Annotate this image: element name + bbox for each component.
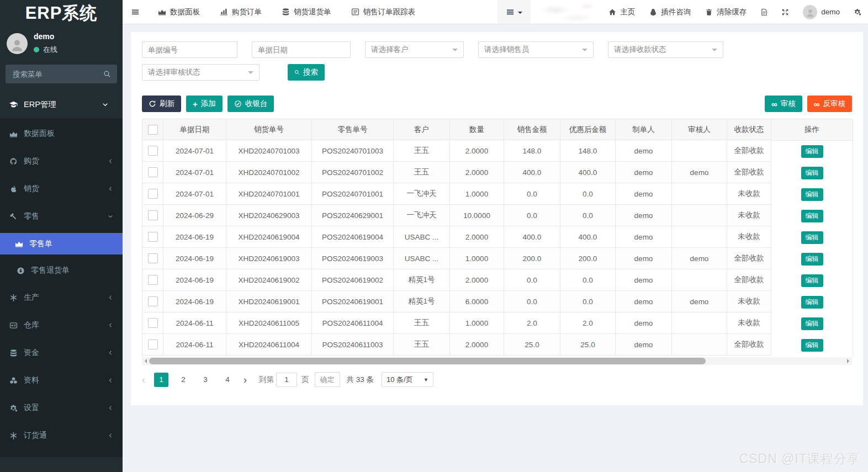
document-button[interactable]	[754, 0, 775, 24]
sidebar-item-retail-return[interactable]: 零售退货单	[0, 257, 123, 284]
table-cell: 未收款	[727, 205, 771, 226]
table-cell: 25.0	[504, 334, 560, 356]
sidebar-toggle-button[interactable]	[123, 0, 148, 24]
goto-page-input[interactable]	[276, 373, 297, 387]
edit-button[interactable]: 编辑	[801, 188, 823, 201]
table-cell	[672, 226, 727, 248]
sidebar-item-funds[interactable]: 资金	[0, 339, 123, 367]
edit-button[interactable]: 编辑	[801, 210, 823, 222]
table-cell: 2024-06-11	[163, 334, 226, 356]
row-checkbox[interactable]	[148, 232, 158, 242]
horizontal-scrollbar[interactable]	[142, 357, 852, 365]
add-button[interactable]: + 添加	[186, 96, 223, 112]
scroll-left-arrow[interactable]	[142, 357, 149, 365]
row-checkbox[interactable]	[148, 296, 158, 306]
penguin-icon	[649, 8, 657, 16]
edit-button[interactable]: 编辑	[801, 296, 823, 309]
payment-status-placeholder: 请选择收款状态	[614, 45, 666, 55]
cashier-button[interactable]: 收银台	[227, 96, 274, 112]
page-button-4[interactable]: 4	[220, 373, 235, 387]
doc-no-input[interactable]	[142, 46, 237, 54]
row-checkbox[interactable]	[148, 318, 158, 328]
customer-select[interactable]: 请选择客户	[365, 41, 464, 58]
page-button-1[interactable]: 1	[154, 373, 168, 387]
sidebar-item-retail[interactable]: 零售	[0, 203, 123, 230]
row-checkbox[interactable]	[148, 253, 158, 263]
edit-button[interactable]: 编辑	[801, 167, 823, 179]
edit-button[interactable]: 编辑	[801, 317, 823, 330]
nav-tab-sales-return[interactable]: 销货退货单	[272, 0, 341, 24]
edit-button[interactable]: 编辑	[801, 145, 823, 158]
edit-button[interactable]: 编辑	[801, 339, 823, 352]
prev-page-button[interactable]: ‹	[142, 375, 145, 385]
file-icon	[760, 8, 768, 16]
sidebar-item-dinghuotong[interactable]: 订货通	[0, 422, 123, 449]
action-cell: 编辑	[771, 270, 853, 291]
select-all-checkbox[interactable]	[148, 125, 158, 135]
doc-date-input[interactable]	[252, 46, 350, 54]
table-cell: 1.0000	[450, 312, 504, 334]
chevron-left-icon	[108, 322, 113, 328]
sidebar-section-erp[interactable]: ERP管理	[0, 91, 123, 118]
scrollbar-thumb[interactable]	[149, 358, 706, 364]
home-link[interactable]: 主页	[601, 0, 642, 24]
nav-tab-sales-order-tracking[interactable]: 销售订单跟踪表	[341, 0, 426, 24]
nav-tab-data-panel[interactable]: 数据面板	[148, 0, 210, 24]
table-cell: 2024-06-19	[163, 248, 226, 269]
search-button[interactable]: 搜索	[288, 64, 325, 81]
toolbar: 刷新 + 添加 收银台 ∞ 审核 ∞ 反审核	[142, 96, 852, 112]
pagination: ‹ 1234 › 到第 页 确定 共 33 条 10 条/页 ▼	[142, 372, 852, 387]
sidebar-item-data-panel[interactable]: 数据面板	[0, 120, 123, 147]
sidebar-item-retail-order[interactable]: 零售单	[0, 233, 123, 254]
sidebar-item-settings[interactable]: 设置	[0, 394, 123, 422]
table-cell: 精英1号	[394, 291, 450, 312]
table-cell: 王五	[394, 162, 450, 183]
payment-status-select[interactable]: 请选择收款状态	[608, 41, 723, 58]
sidebar-item-warehouse[interactable]: 仓库	[0, 311, 123, 339]
row-checkbox[interactable]	[148, 146, 158, 156]
unaudit-button[interactable]: ∞ 反审核	[807, 96, 852, 112]
sidebar-item-production[interactable]: 生产	[0, 284, 123, 311]
row-checkbox[interactable]	[148, 210, 158, 220]
row-checkbox[interactable]	[148, 167, 158, 177]
audit-label: 审核	[781, 99, 796, 109]
user-status-label: 在线	[43, 45, 57, 55]
sidebar-item-purchase[interactable]: 购货	[0, 147, 123, 175]
page-size-select[interactable]: 10 条/页 ▼	[382, 372, 433, 387]
nav-tab-label: 销售订单跟踪表	[363, 7, 416, 17]
quick-menu-dropdown-button[interactable]	[497, 0, 531, 24]
user-menu[interactable]: demo	[796, 0, 847, 24]
sidebar-search-input[interactable]	[12, 70, 103, 79]
edit-button[interactable]: 编辑	[801, 274, 823, 287]
next-page-button[interactable]: ›	[244, 375, 247, 385]
row-checkbox[interactable]	[148, 340, 158, 349]
clear-cache-link[interactable]: 清除缓存	[698, 0, 754, 24]
table-cell: 2.0000	[450, 140, 504, 162]
audit-button[interactable]: ∞ 审核	[765, 96, 802, 112]
edit-button[interactable]: 编辑	[801, 253, 823, 266]
audit-status-select[interactable]: 请选择审核状态	[142, 64, 260, 81]
sidebar-item-materials[interactable]: 资料	[0, 367, 123, 394]
edit-button[interactable]: 编辑	[801, 231, 823, 244]
page-button-3[interactable]: 3	[198, 373, 213, 387]
table-cell: 6.0000	[450, 291, 504, 312]
action-cell: 编辑	[771, 184, 853, 205]
confirm-button[interactable]: 确定	[315, 372, 340, 387]
page-button-2[interactable]: 2	[176, 373, 190, 387]
fullscreen-button[interactable]	[775, 0, 796, 24]
sidebar-item-sales[interactable]: 销货	[0, 175, 123, 203]
table-row: 2024-07-01XHD20240701002POS20240701002王五…	[142, 162, 771, 183]
row-checkbox[interactable]	[148, 275, 158, 285]
row-checkbox[interactable]	[148, 189, 158, 199]
scrollbar-track[interactable]	[149, 357, 845, 365]
refresh-button[interactable]: 刷新	[142, 96, 181, 112]
scroll-right-arrow[interactable]	[845, 357, 852, 365]
card-icon	[9, 321, 18, 330]
salesman-select[interactable]: 请选择销售员	[478, 41, 594, 58]
search-icon[interactable]	[103, 70, 111, 78]
plugin-consult-link[interactable]: 插件咨询	[642, 0, 698, 24]
table-cell: 148.0	[504, 140, 560, 162]
nav-tab-purchase-order[interactable]: 购货订单	[210, 0, 272, 24]
table-row: 2024-06-19XHD20240619002POS20240619002精英…	[142, 269, 771, 291]
settings-button[interactable]	[847, 0, 868, 24]
